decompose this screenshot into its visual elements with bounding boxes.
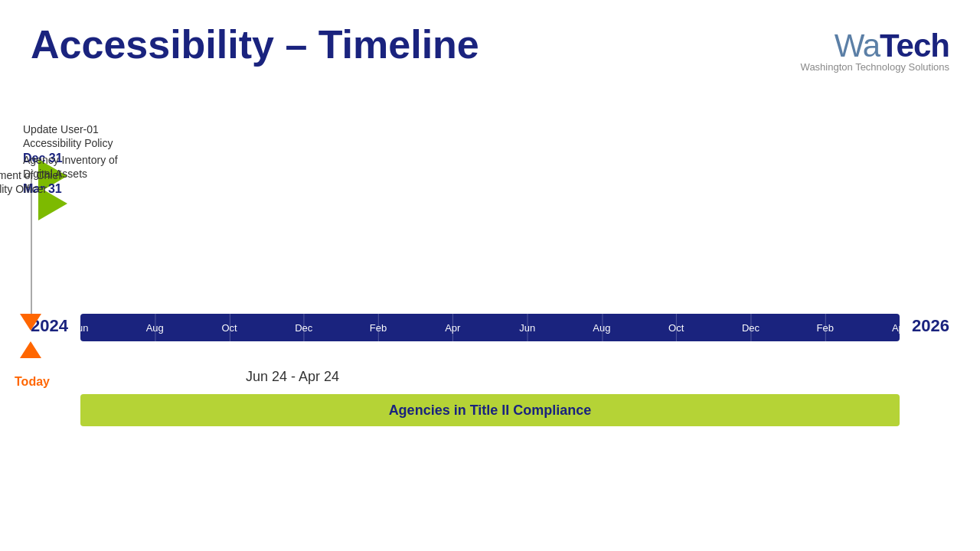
logo-wa: Wa (835, 28, 880, 64)
cao-date: Jul 31 (0, 197, 115, 211)
logo-container: WaTech Washington Technology Solutions (801, 28, 949, 73)
month-tick-jun-0: Jun (73, 314, 89, 341)
compliance-bar: Agencies in Title II Compliance (80, 394, 900, 426)
today-label: Today (12, 375, 52, 389)
logo-tech: Tech (880, 28, 949, 64)
month-label-3: Dec (295, 322, 312, 334)
cao-label-box: Establishment of ChiefAccessibility Offi… (0, 168, 115, 211)
month-label-1: Aug (146, 322, 164, 334)
month-tick-aug-1: Aug (146, 314, 164, 341)
month-tick-feb-10: Feb (817, 314, 834, 341)
today-marker: Today (31, 314, 70, 344)
month-tick-jun-6: Jun (519, 314, 535, 341)
month-tick-aug-7: Aug (593, 314, 610, 341)
month-tick-apr-11: Apr (892, 314, 907, 341)
header: Accessibility – Timeline WaTech Washingt… (0, 0, 980, 73)
month-label-6: Jun (519, 322, 535, 334)
month-label-4: Feb (370, 322, 387, 334)
logo-watech: WaTech (835, 28, 949, 64)
cao-title: Establishment of ChiefAccessibility Offi… (0, 168, 115, 196)
month-label-2: Oct (221, 322, 237, 334)
month-tick-oct-8: Oct (668, 314, 684, 341)
month-label-5: Apr (445, 322, 460, 334)
event-policy-title: Update User-01Accessibility Policy (23, 122, 145, 150)
month-label-11: Apr (892, 322, 907, 334)
timeline-bar: JunAugOctDecFebAprJunAugOctDecFebApr (80, 314, 900, 341)
month-tick-apr-5: Apr (445, 314, 460, 341)
page-title: Accessibility – Timeline (31, 21, 479, 67)
month-tick-dec-3: Dec (295, 314, 312, 341)
month-label-9: Dec (742, 322, 760, 334)
month-tick-dec-9: Dec (742, 314, 760, 341)
month-tick-feb-4: Feb (370, 314, 387, 341)
year-end-label: 2026 (912, 316, 949, 336)
compliance-label: Agencies in Title II Compliance (389, 403, 592, 419)
event-inventory-line (31, 203, 32, 314)
date-range-label: Jun 24 - Apr 24 (246, 369, 339, 385)
month-tick-oct-2: Oct (221, 314, 237, 341)
logo-subtitle: Washington Technology Solutions (801, 61, 949, 73)
month-label-10: Feb (817, 322, 834, 334)
month-label-0: Jun (73, 322, 89, 334)
today-triangle (20, 341, 60, 358)
month-label-8: Oct (668, 322, 684, 334)
month-label-7: Aug (593, 322, 610, 334)
